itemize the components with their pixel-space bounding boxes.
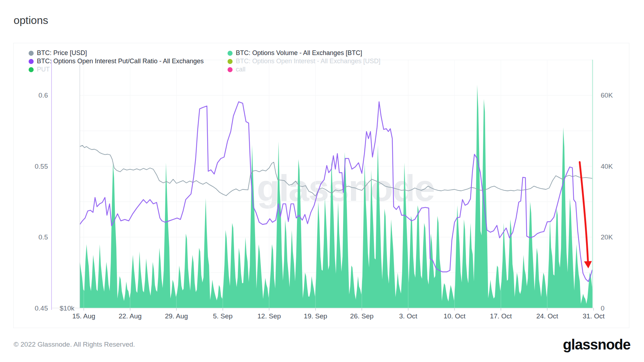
legend-dot-icon xyxy=(29,59,34,64)
legend-item[interactable]: call xyxy=(228,66,380,73)
price-tick-label: $10k xyxy=(60,304,75,312)
legend-label: call xyxy=(236,66,245,73)
legend-label: BTC: Options Open Interest - All Exchang… xyxy=(236,58,380,65)
x-tick-label: 24. Oct xyxy=(536,312,558,320)
legend-column-left: BTC: Price [USD]BTC: Options Open Intere… xyxy=(29,50,204,73)
ratio-tick-label: 0.5 xyxy=(39,233,48,241)
x-tick-label: 22. Aug xyxy=(118,312,141,320)
legend-item[interactable]: BTC: Options Open Interest Put/Call Rati… xyxy=(29,58,204,65)
legend-item[interactable]: BTC: Options Open Interest - All Exchang… xyxy=(228,58,380,65)
x-tick-label: 26. Sep xyxy=(350,312,374,320)
legend-dot-icon xyxy=(228,51,233,56)
x-tick-label: 3. Oct xyxy=(399,312,418,320)
btc-price-line[interactable] xyxy=(80,145,592,196)
x-tick-label: 12. Sep xyxy=(258,312,281,320)
volume-tick-label: 20K xyxy=(601,233,613,241)
x-tick-label: 15. Aug xyxy=(72,312,95,320)
volume-tick-label: 60K xyxy=(601,91,613,99)
legend-label: BTC: Options Open Interest Put/Call Rati… xyxy=(37,58,204,65)
volume-tick-label: 40K xyxy=(601,163,613,170)
legend-dot-icon xyxy=(29,67,34,72)
x-tick-label: 29. Aug xyxy=(165,312,188,320)
ratio-tick-label: 0.45 xyxy=(35,304,48,312)
x-tick-label: 31. Oct xyxy=(582,312,605,320)
legend-item[interactable]: BTC: Options Volume - All Exchanges [BTC… xyxy=(228,50,380,56)
volume-tick-label: 0 xyxy=(601,304,605,312)
legend-dot-icon xyxy=(228,67,233,72)
page-title: options xyxy=(14,14,48,26)
put-call-ratio-line[interactable] xyxy=(80,102,592,282)
x-tick-label: 19. Sep xyxy=(304,312,327,320)
ratio-tick-label: 0.55 xyxy=(35,163,48,170)
legend-label: PUT xyxy=(37,66,50,73)
chart-canvas: 15. Aug22. Aug29. Aug5. Sep12. Sep19. Se… xyxy=(14,43,630,328)
glassnode-logo: glassnode xyxy=(563,337,630,353)
legend-column-right: BTC: Options Volume - All Exchanges [BTC… xyxy=(228,50,380,73)
copyright-text: © 2022 Glassnode. All Rights Reserved. xyxy=(14,341,135,348)
x-tick-label: 5. Sep xyxy=(213,312,233,320)
legend-item[interactable]: PUT xyxy=(29,66,204,73)
x-tick-label: 17. Oct xyxy=(490,312,512,320)
chart-card: glassnode 15. Aug22. Aug29. Aug5. Sep12.… xyxy=(13,43,629,328)
legend-label: BTC: Options Volume - All Exchanges [BTC… xyxy=(236,49,362,57)
x-axis-ticks: 15. Aug22. Aug29. Aug5. Sep12. Sep19. Se… xyxy=(72,308,605,320)
right-axis-labels: 020K40K60K xyxy=(601,91,613,312)
left-axis-labels: 0.450.50.550.6$10k xyxy=(35,91,74,312)
legend-dot-icon xyxy=(29,51,34,56)
ratio-tick-label: 0.6 xyxy=(39,91,48,99)
legend-label: BTC: Price [USD] xyxy=(37,49,87,57)
legend-dot-icon xyxy=(228,59,233,64)
legend-item[interactable]: BTC: Price [USD] xyxy=(29,50,204,56)
x-tick-label: 10. Oct xyxy=(444,312,466,320)
